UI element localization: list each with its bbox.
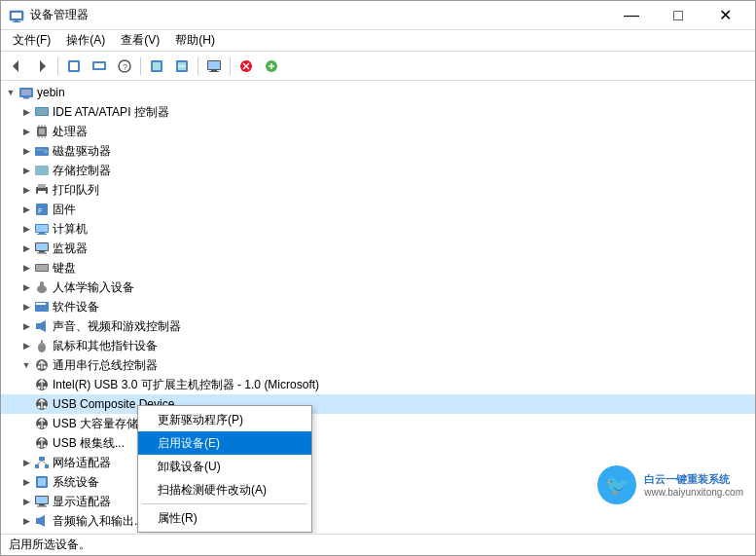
icon-intel-usb — [34, 377, 50, 392]
tree-item-intel-usb[interactable]: Intel(R) USB 3.0 可扩展主机控制器 - 1.0 (Microso… — [1, 375, 755, 394]
expand-soft[interactable]: ▶ — [18, 299, 34, 315]
expand-keyboard[interactable]: ▶ — [18, 260, 34, 276]
svg-rect-1 — [12, 13, 21, 19]
expand-audio[interactable]: ▶ — [18, 513, 34, 529]
forward-icon — [34, 58, 50, 74]
watermark: 🐦 白云一键重装系统 www.baiyunxitong.com — [597, 465, 747, 504]
tree-item-hid[interactable]: ▶ 人体学输入设备 — [1, 278, 755, 297]
device-manager-window: 设备管理器 — □ ✕ 文件(F) 操作(A) 查看(V) 帮助(H) — [0, 0, 756, 556]
svg-text:?: ? — [123, 62, 127, 72]
label-soft: 软件设备 — [53, 299, 99, 315]
expand-network[interactable]: ▶ — [18, 455, 34, 470]
back-button[interactable] — [5, 55, 28, 78]
expand-sound[interactable]: ▶ — [18, 318, 34, 334]
maximize-button[interactable]: □ — [656, 1, 701, 30]
svg-point-81 — [38, 445, 41, 448]
tree-item-firmware[interactable]: ▶ F 固件 — [1, 200, 755, 219]
tb-btn-x[interactable] — [234, 55, 258, 78]
tb-btn-4[interactable] — [170, 55, 194, 78]
label-display: 显示适配器 — [53, 494, 111, 510]
expand-disk[interactable]: ▶ — [18, 143, 34, 159]
menu-help[interactable]: 帮助(H) — [167, 30, 223, 51]
tree-item-sound[interactable]: ▶ 声音、视频和游戏控制器 — [1, 316, 755, 336]
tree-item-audio[interactable]: ▶ 音频输入和输出... — [1, 511, 755, 531]
expand-mouse[interactable]: ▶ — [18, 338, 34, 353]
label-sound: 声音、视频和游戏控制器 — [53, 318, 181, 335]
expand-usb-ctrl[interactable]: ▼ — [18, 357, 34, 373]
label-usb-hub: USB 根集线... — [53, 435, 125, 452]
tb-btn-2[interactable] — [88, 55, 111, 78]
label-disk: 磁盘驱动器 — [53, 143, 111, 160]
tree-item-usb-ctrl[interactable]: ▼ 通用串行总线控制器 — [1, 355, 755, 375]
icon-disk — [34, 143, 50, 159]
expand-cpu[interactable]: ▶ — [18, 124, 34, 139]
tb-btn-3[interactable] — [145, 55, 168, 78]
tree-item-print[interactable]: ▶ 打印队列 — [1, 180, 755, 200]
title-text: 设备管理器 — [30, 7, 89, 23]
svg-rect-20 — [209, 71, 219, 72]
tree-item-computer[interactable]: ▶ 计算机 — [1, 219, 755, 239]
ctx-properties[interactable]: 属性(R) — [138, 506, 311, 530]
ctx-uninstall-device[interactable]: 卸载设备(U) — [138, 455, 311, 478]
tree-item-root[interactable]: ▼ yebin — [1, 83, 755, 102]
svg-marker-95 — [39, 515, 45, 527]
svg-rect-85 — [45, 464, 49, 468]
tree-item-keyboard[interactable]: ▶ 键盘 — [1, 258, 755, 278]
expand-root[interactable]: ▼ — [3, 85, 18, 100]
toolbar-separator-3 — [198, 57, 198, 75]
expand-storage[interactable]: ▶ — [18, 163, 34, 178]
tree-item-usb-hub[interactable]: USB 根集线... — [1, 433, 755, 453]
svg-point-41 — [44, 150, 48, 154]
expand-monitor[interactable]: ▶ — [18, 241, 34, 256]
menu-action[interactable]: 操作(A) — [58, 30, 113, 51]
tb-btn-plus[interactable] — [260, 55, 283, 78]
tb-btn-1[interactable] — [62, 55, 86, 78]
tree-item-mouse[interactable]: ▶ 鼠标和其他指针设备 — [1, 336, 755, 355]
toolbar-separator-1 — [57, 57, 58, 75]
expand-computer[interactable]: ▶ — [18, 221, 34, 237]
minimize-button[interactable]: — — [609, 1, 654, 30]
label-root: yebin — [37, 86, 65, 99]
ctx-update-driver[interactable]: 更新驱动程序(P) — [138, 408, 311, 431]
icon-usb-ctrl — [34, 357, 50, 373]
svg-point-73 — [44, 387, 47, 389]
tree-item-usb-comp[interactable]: USB Composite Device — [1, 394, 755, 414]
expand-firmware[interactable]: ▶ — [18, 202, 34, 217]
menu-view[interactable]: 查看(V) — [113, 30, 167, 51]
tree-item-usb-mass[interactable]: USB 大容量存储设备 — [1, 414, 755, 433]
expand-system[interactable]: ▶ — [18, 474, 34, 490]
tb-icon-3 — [149, 58, 164, 74]
expand-hid[interactable]: ▶ — [18, 279, 34, 295]
svg-rect-92 — [39, 504, 45, 506]
tree-item-soft[interactable]: ▶ 软件设备 — [1, 297, 755, 316]
svg-point-70 — [44, 366, 47, 369]
svg-rect-62 — [36, 303, 46, 305]
ctx-scan-hardware[interactable]: 扫描检测硬件改动(A) — [138, 478, 311, 501]
tb-btn-monitor[interactable] — [202, 55, 226, 78]
tree-item-disk[interactable]: ▶ 磁盘驱动器 — [1, 141, 755, 161]
icon-cpu — [34, 124, 50, 139]
label-hid: 人体学输入设备 — [53, 279, 134, 296]
ctx-enable-device[interactable]: 启用设备(E) — [138, 431, 311, 455]
close-button[interactable]: ✕ — [702, 1, 747, 30]
svg-rect-58 — [36, 265, 48, 271]
svg-marker-4 — [13, 60, 18, 72]
plus-icon — [264, 58, 279, 74]
svg-rect-13 — [153, 62, 161, 70]
label-intel-usb: Intel(R) USB 3.0 可扩展主机控制器 - 1.0 (Microso… — [53, 377, 319, 393]
icon-firmware: F — [34, 202, 50, 217]
menu-file[interactable]: 文件(F) — [5, 30, 58, 51]
expand-display[interactable]: ▶ — [18, 494, 34, 509]
tree-item-ide[interactable]: ▶ IDE ATA/ATAPI 控制器 — [1, 102, 755, 122]
tree-item-storage[interactable]: ▶ 存储控制器 — [1, 161, 755, 180]
forward-button[interactable] — [30, 55, 54, 78]
context-menu: 更新驱动程序(P) 启用设备(E) 卸载设备(U) 扫描检测硬件改动(A) 属性… — [137, 405, 312, 533]
tree-item-cpu[interactable]: ▶ 处理器 — [1, 122, 755, 141]
expand-ide[interactable]: ▶ — [18, 104, 34, 120]
toolbar-separator-4 — [230, 57, 231, 75]
title-bar-controls: — □ ✕ — [609, 1, 747, 30]
expand-print[interactable]: ▶ — [18, 182, 34, 198]
tb-btn-help[interactable]: ? — [113, 55, 136, 78]
tree-item-monitor[interactable]: ▶ 监视器 — [1, 239, 755, 258]
svg-rect-56 — [37, 253, 47, 254]
